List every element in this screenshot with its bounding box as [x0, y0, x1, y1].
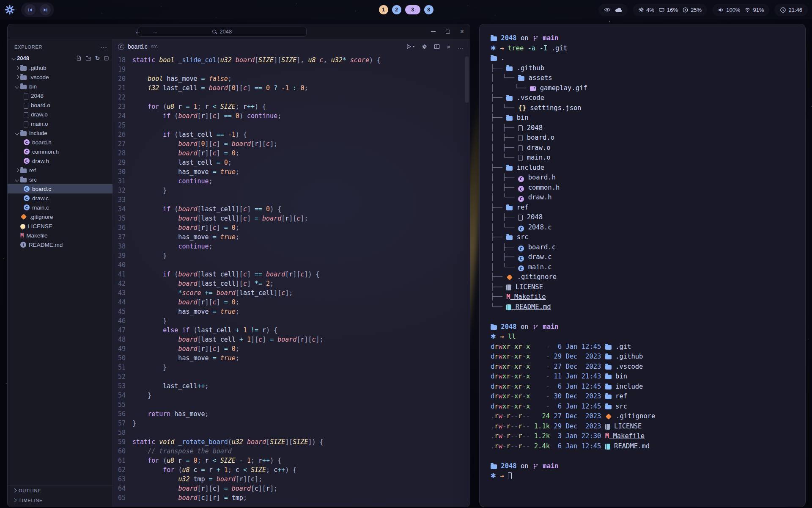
code-line[interactable]: 33: [113, 195, 470, 204]
file-tree-item-main.c[interactable]: Cmain.c: [8, 203, 112, 212]
code-line[interactable]: 26 if (last_cell == -1) {: [113, 130, 470, 139]
settings-gear-button[interactable]: [422, 44, 427, 50]
code-line[interactable]: 27 board[0][c] = board[r][c];: [113, 139, 470, 149]
code-line[interactable]: 41 if (board[last_cell][c] == board[r][c…: [113, 270, 470, 279]
code-line[interactable]: 40: [113, 260, 470, 270]
editor-scrollbar[interactable]: [465, 56, 469, 103]
code-line[interactable]: 57}: [113, 419, 470, 428]
file-tree-item-include[interactable]: include: [8, 128, 112, 138]
code-editor[interactable]: 18static bool _slide_col(u32 board[SIZE]…: [113, 54, 470, 507]
code-line[interactable]: 30 has_move = true;: [113, 167, 470, 177]
code-line[interactable]: 65 board[c][r] = tmp;: [113, 493, 470, 502]
file-tree-item-draw.c[interactable]: Cdraw.c: [8, 193, 112, 203]
code-line[interactable]: 43 *score += board[last_cell][c];: [113, 288, 470, 298]
code-line[interactable]: 60 // transpose the board: [113, 447, 470, 456]
media-previous-button[interactable]: [25, 4, 36, 15]
code-line[interactable]: 56 return has_move;: [113, 409, 470, 419]
workspace-3[interactable]: 3: [405, 5, 420, 14]
code-line[interactable]: 55: [113, 400, 470, 409]
code-line[interactable]: 63 u32 tmp = board[r][c];: [113, 475, 470, 484]
file-tree-item-.vscode[interactable]: .vscode: [8, 72, 112, 82]
code-line[interactable]: 54 }: [113, 391, 470, 400]
workspace-1[interactable]: 1: [379, 5, 388, 14]
file-tree-item-board.o[interactable]: board.o: [8, 100, 112, 110]
code-line[interactable]: 61 for (u8 r = 0; r < SIZE - 1; r++) {: [113, 456, 470, 465]
file-tree-item-bin[interactable]: bin: [8, 82, 112, 91]
media-next-button[interactable]: [40, 4, 51, 15]
timeline-panel-header[interactable]: TIMELINE: [8, 495, 112, 505]
code-line[interactable]: 35 board[last_cell][c] = board[r][c];: [113, 214, 470, 223]
code-line[interactable]: 58: [113, 428, 470, 437]
wifi-control[interactable]: 91%: [744, 7, 764, 13]
new-folder-button[interactable]: [85, 55, 91, 61]
code-line[interactable]: 29 last_cell = 0;: [113, 158, 470, 167]
workspace-8[interactable]: 8: [424, 5, 433, 14]
file-tree-item-board.c[interactable]: Cboard.c: [8, 184, 112, 193]
code-line[interactable]: 20 bool has_move = false;: [113, 74, 470, 83]
command-center-search[interactable]: 2048: [137, 27, 307, 37]
code-line[interactable]: 34 if (board[last_cell][c] == 0) {: [113, 204, 470, 214]
file-tree-item-LICENSE[interactable]: LICENSE: [8, 221, 112, 231]
code-line[interactable]: 44 board[r][c] = 0;: [113, 298, 470, 307]
code-line[interactable]: 45 has_move = true;: [113, 307, 470, 316]
outline-panel-header[interactable]: OUTLINE: [8, 486, 112, 495]
close-button[interactable]: ×: [460, 28, 464, 35]
terminal-window[interactable]: 2048 on main✱ → tree -a -I .git .├── .gi…: [479, 24, 806, 507]
file-tree-item-common.h[interactable]: Ccommon.h: [8, 147, 112, 156]
explorer-more-button[interactable]: ···: [100, 44, 107, 50]
code-line[interactable]: 52: [113, 372, 470, 381]
workspace-2[interactable]: 2: [392, 5, 401, 14]
close-editor-button[interactable]: ×: [447, 43, 450, 50]
code-line[interactable]: 47 else if (last_cell + 1 != r) {: [113, 326, 470, 335]
code-line[interactable]: 19: [113, 65, 470, 74]
collapse-folders-button[interactable]: [104, 55, 109, 61]
vscode-window[interactable]: ← → 2048 × EXPLORER ··· 2048 ↻: [7, 24, 470, 507]
code-line[interactable]: 49 board[r][c] = 0;: [113, 344, 470, 353]
file-tree-item-2048[interactable]: 2048: [8, 91, 112, 100]
code-line[interactable]: 25: [113, 121, 470, 130]
code-line[interactable]: 39 }: [113, 251, 470, 260]
code-line[interactable]: 37 has_move = true;: [113, 232, 470, 242]
nav-back-button[interactable]: ←: [134, 28, 141, 36]
new-file-button[interactable]: [76, 55, 82, 61]
file-tree-item-draw.h[interactable]: Cdraw.h: [8, 156, 112, 166]
code-line[interactable]: 42 board[last_cell][c] *= 2;: [113, 279, 470, 288]
code-line[interactable]: 59static void _rotate_board(u32 board[SI…: [113, 437, 470, 447]
code-line[interactable]: 62 for (u8 c = r + 1; c < SIZE; c++) {: [113, 465, 470, 475]
file-tree-item-.github[interactable]: .github: [8, 63, 112, 72]
code-line[interactable]: 36 board[r][c] = 0;: [113, 223, 470, 232]
weather-widget[interactable]: [598, 4, 628, 16]
code-line[interactable]: 18static bool _slide_col(u32 board[SIZE]…: [113, 55, 470, 65]
maximize-button[interactable]: [446, 30, 450, 34]
file-tree-item-README.md[interactable]: iREADME.md: [8, 240, 112, 249]
code-line[interactable]: 32 }: [113, 186, 470, 195]
file-tree-item-Makefile[interactable]: MMakefile: [8, 231, 112, 240]
code-line[interactable]: 38 continue;: [113, 242, 470, 251]
launcher-gear-icon[interactable]: [4, 4, 15, 15]
file-tree-item-src[interactable]: src: [8, 175, 112, 184]
nav-forward-button[interactable]: →: [151, 28, 158, 36]
code-line[interactable]: 50 has_move = true;: [113, 353, 470, 363]
tab-board.c[interactable]: C board.c src: [118, 43, 158, 50]
more-actions-button[interactable]: …: [457, 43, 464, 50]
project-root-row[interactable]: 2048 ↻: [8, 53, 112, 63]
file-tree-item-board.h[interactable]: Cboard.h: [8, 138, 112, 147]
code-line[interactable]: 48 board[last_cell + 1][c] = board[r][c]…: [113, 335, 470, 344]
file-tree-item-ref[interactable]: ref: [8, 166, 112, 175]
clock-widget[interactable]: 21:46: [774, 4, 808, 16]
code-line[interactable]: 46 }: [113, 316, 470, 326]
run-file-button[interactable]: [406, 44, 415, 50]
file-tree-item-main.o[interactable]: main.o: [8, 119, 112, 128]
refresh-explorer-button[interactable]: ↻: [95, 55, 100, 61]
code-line[interactable]: 23 for (u8 r = 1; r < SIZE; r++) {: [113, 102, 470, 111]
code-line[interactable]: 28 board[r][c] = 0;: [113, 149, 470, 158]
code-line[interactable]: 53 last_cell++;: [113, 381, 470, 391]
code-line[interactable]: 24 if (board[r][c] == 0) continue;: [113, 111, 470, 121]
volume-control[interactable]: 100%: [718, 7, 740, 13]
file-tree-item-.gitignore[interactable]: .gitignore: [8, 212, 112, 221]
code-line[interactable]: 51 }: [113, 363, 470, 372]
code-line[interactable]: 31 continue;: [113, 177, 470, 186]
code-line[interactable]: 22: [113, 93, 470, 102]
minimize-button[interactable]: [431, 31, 436, 32]
code-line[interactable]: 21 i32 last_cell = board[0][c] == 0 ? -1…: [113, 83, 470, 93]
